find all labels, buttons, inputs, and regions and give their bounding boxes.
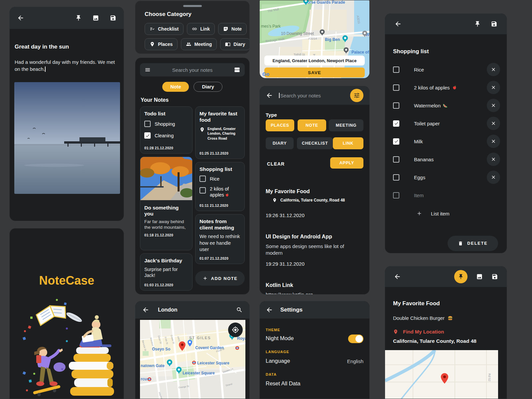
checkbox-unchecked[interactable] — [200, 176, 206, 182]
remove-item-button[interactable] — [487, 171, 500, 184]
map-label: Big Ben — [325, 37, 340, 42]
note-card-birthday[interactable]: Jack's Birthday Surprise part for Jack! … — [140, 253, 193, 291]
address-input[interactable]: England, Greater London, Newport Place — [264, 56, 365, 66]
westminster-map-canvas[interactable]: Horse Guards Parade 10 Downing Street me… — [260, 0, 370, 78]
remove-item-button[interactable] — [487, 63, 500, 76]
back-button[interactable] — [17, 14, 24, 22]
filter-fab[interactable] — [350, 89, 363, 102]
save-icon[interactable] — [491, 21, 497, 27]
location-pin-icon — [272, 198, 277, 202]
chip-places[interactable]: Places — [145, 38, 178, 50]
result-title[interactable]: Kotlin Link — [266, 282, 293, 288]
remove-item-button[interactable] — [487, 99, 500, 112]
menu-icon[interactable] — [145, 67, 151, 73]
checkbox-checked[interactable] — [393, 120, 399, 127]
find-my-location-button[interactable]: Find My Location — [393, 329, 444, 334]
checkbox-checked[interactable] — [393, 138, 399, 145]
list-item: 2 kilos of apples — [393, 80, 500, 95]
my-location-fab[interactable] — [228, 323, 243, 337]
pin-icon[interactable] — [75, 15, 82, 21]
chip-note[interactable]: Note — [218, 23, 247, 35]
back-button[interactable] — [266, 306, 273, 314]
checkbox-unchecked[interactable] — [393, 156, 399, 163]
note-photo[interactable] — [14, 82, 120, 194]
result-location-row: California, Tulare County, Road 48 — [272, 198, 345, 202]
remove-item-button[interactable] — [487, 81, 500, 94]
result-title[interactable]: My Favorite Food — [266, 189, 310, 195]
pin-icon[interactable] — [474, 21, 481, 27]
note-card-meeting[interactable]: Notes from client meeting We need to ret… — [195, 214, 245, 264]
food-map-canvas[interactable]: Rd 52 — [385, 350, 498, 399]
chip-checklist[interactable]: Checklist — [145, 23, 184, 35]
chip-diary[interactable]: Diary — [220, 38, 250, 50]
checkbox-unchecked[interactable] — [393, 174, 399, 181]
remove-item-button[interactable] — [487, 153, 500, 166]
pin-fab-active[interactable] — [454, 270, 467, 283]
add-note-button[interactable]: ADD NOTE — [195, 271, 245, 286]
result-timestamp: 19:26 31.12.2020 — [266, 212, 305, 218]
note-card-photo[interactable]: Do something you Far far away behind the… — [140, 157, 193, 250]
back-button[interactable] — [142, 306, 149, 314]
back-button[interactable] — [394, 20, 402, 28]
back-button[interactable] — [394, 273, 401, 280]
language-row[interactable]: Language — [266, 358, 290, 364]
remove-item-button[interactable] — [487, 135, 500, 148]
tab-note[interactable]: Note — [162, 82, 189, 92]
tube-icon — [236, 346, 239, 349]
drag-handle[interactable] — [183, 5, 202, 7]
filter-chip-places[interactable]: PLACES — [266, 119, 294, 131]
chip-meeting[interactable]: Meeting — [181, 38, 217, 50]
checklist-title[interactable]: Shopping list — [393, 48, 429, 55]
note-card-todo[interactable]: Todo list Shopping Cleaning 01:28 21.12.… — [140, 106, 193, 154]
screen-note-editor: Great day in the sun Had a wonderful day… — [9, 7, 124, 221]
view-toggle-icon[interactable] — [234, 67, 240, 73]
checkbox-unchecked[interactable] — [393, 84, 399, 91]
notes-grid: Todo list Shopping Cleaning 01:28 21.12.… — [140, 106, 245, 291]
image-icon[interactable] — [476, 273, 483, 280]
delete-button[interactable]: DELETE — [448, 236, 498, 251]
note-body[interactable]: Had a wonderful day with my friends. We … — [15, 59, 120, 72]
save-icon[interactable] — [110, 15, 116, 21]
apply-button[interactable]: APPLY — [330, 157, 363, 169]
checkbox-unchecked[interactable] — [393, 102, 399, 109]
reset-data-row[interactable]: Reset All Data — [266, 380, 301, 387]
search-icon[interactable] — [236, 307, 243, 313]
clear-button[interactable]: CLEAR — [267, 161, 285, 167]
filter-chip-link[interactable]: LINK — [333, 137, 363, 149]
checkbox-unchecked[interactable] — [393, 66, 399, 73]
filter-chip-diary[interactable]: DIARY — [266, 137, 294, 149]
note-title[interactable]: Great day in the sun — [15, 44, 69, 50]
save-icon[interactable] — [491, 273, 498, 280]
food-note-body[interactable]: Double Chicken Burger — [393, 315, 453, 321]
checkbox-unchecked[interactable] — [144, 121, 151, 127]
food-note-title[interactable]: My Favorite Food — [393, 300, 440, 307]
checkbox-unchecked[interactable] — [200, 187, 206, 194]
back-button[interactable] — [266, 92, 273, 99]
screen-search-filter: Search your notes Type PLACES NOTE MEETI… — [259, 86, 370, 295]
search-bar[interactable]: Search your notes — [140, 63, 245, 76]
section-title: Your Notes — [141, 97, 169, 103]
filter-chip-note[interactable]: NOTE — [298, 119, 326, 131]
checkbox-checked[interactable] — [144, 132, 151, 139]
remove-item-button[interactable] — [487, 117, 500, 130]
night-mode-toggle[interactable] — [348, 334, 363, 343]
filter-chip-checklist[interactable]: CHECKLIST — [297, 137, 333, 149]
filter-topbar: Search your notes — [260, 86, 369, 105]
tab-diary[interactable]: Diary — [194, 82, 222, 92]
result-body: https://www.kotlin.org — [266, 292, 313, 295]
image-icon[interactable] — [92, 15, 99, 21]
todo-row: 2 kilos of apples — [200, 186, 240, 198]
add-list-item-button[interactable]: List item — [416, 210, 450, 216]
filter-chip-meeting[interactable]: MEETING — [329, 119, 363, 131]
note-card-shopping[interactable]: Shopping list Rice 2 kilos of apples 01:… — [195, 162, 245, 211]
location-pin-icon — [200, 127, 205, 132]
london-map-canvas[interactable]: ST GILES Oseyo So Covent Garden Roya nat… — [140, 320, 245, 399]
chip-link[interactable]: Link — [187, 23, 215, 35]
checkbox-unchecked[interactable] — [393, 192, 399, 199]
search-input[interactable]: Search your notes — [279, 93, 321, 98]
note-card-fastfood[interactable]: My favorite fast food England, Greater L… — [195, 106, 245, 159]
result-timestamp: 19:29 31.12.2020 — [266, 261, 305, 267]
map-label: Horse Guards Parade — [304, 0, 345, 5]
save-button[interactable]: SAVE — [264, 67, 365, 77]
result-title[interactable]: UI Design for Android App — [266, 234, 332, 240]
